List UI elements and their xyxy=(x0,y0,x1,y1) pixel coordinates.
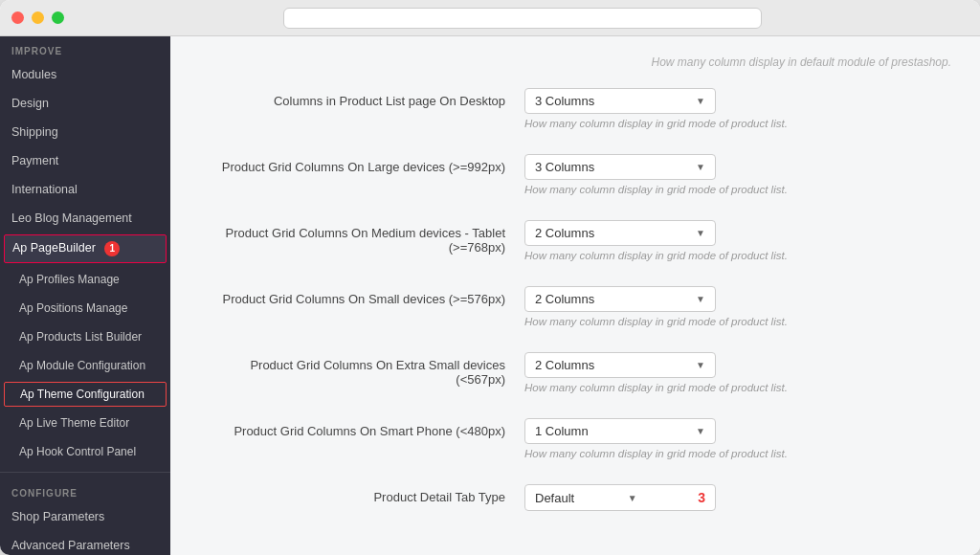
config-select-value-product-tab-type: Default xyxy=(535,491,574,505)
config-control-product-tab-type: Default ▼ 3 xyxy=(524,484,951,511)
sidebar-item-ap-positions[interactable]: Ap Positions Manage xyxy=(0,294,170,322)
config-select-value-columns-large: 3 Columns xyxy=(535,160,594,174)
chevron-down-icon: ▼ xyxy=(628,493,637,503)
config-label-columns-extra-small: Product Grid Columns On Extra Small devi… xyxy=(199,352,524,387)
config-select-columns-smartphone[interactable]: 1 Column ▼ xyxy=(524,418,716,444)
config-control-columns-small: 2 Columns ▼ How many column display in g… xyxy=(524,286,951,327)
sidebar: IMPROVE Modules Design Shipping Payment … xyxy=(0,36,170,555)
sidebar-item-ap-module[interactable]: Ap Module Configuration xyxy=(0,351,170,380)
config-control-columns-extra-small: 2 Columns ▼ How many column display in g… xyxy=(524,352,951,393)
config-hint-columns-extra-small: How many column display in grid mode of … xyxy=(524,382,951,393)
maximize-button[interactable] xyxy=(52,11,64,24)
config-row-columns-smartphone: Product Grid Columns On Smart Phone (<48… xyxy=(199,418,951,467)
config-select-value-columns-desktop: 3 Columns xyxy=(535,94,594,108)
config-hint-columns-large: How many column display in grid mode of … xyxy=(524,184,951,195)
config-hint-columns-small: How many column display in grid mode of … xyxy=(524,316,951,327)
main-layout: IMPROVE Modules Design Shipping Payment … xyxy=(0,36,980,555)
minimize-button[interactable] xyxy=(32,11,44,24)
app-window: IMPROVE Modules Design Shipping Payment … xyxy=(0,0,980,555)
config-select-value-columns-small: 2 Columns xyxy=(535,292,594,306)
config-select-value-columns-smartphone: 1 Column xyxy=(535,424,589,438)
sidebar-item-ap-hook[interactable]: Ap Hook Control Panel xyxy=(0,437,170,466)
sidebar-item-international[interactable]: International xyxy=(0,175,170,204)
sidebar-item-ap-theme[interactable]: Ap Theme Configuration xyxy=(4,382,167,407)
config-control-columns-desktop: 3 Columns ▼ How many column display in g… xyxy=(524,88,951,129)
sidebar-divider-configure xyxy=(0,472,170,473)
config-control-columns-medium: 2 Columns ▼ How many column display in g… xyxy=(524,220,951,261)
content-area: How many column display in default modul… xyxy=(170,36,980,555)
config-select-columns-extra-small[interactable]: 2 Columns ▼ xyxy=(524,352,716,378)
sidebar-item-shop-params[interactable]: Shop Parameters xyxy=(0,502,170,531)
sidebar-item-leo-blog[interactable]: Leo Blog Management xyxy=(0,204,170,233)
config-control-columns-large: 3 Columns ▼ How many column display in g… xyxy=(524,154,951,195)
chevron-down-icon: ▼ xyxy=(696,426,705,436)
top-hint: How many column display in default modul… xyxy=(199,56,951,69)
config-row-columns-extra-small: Product Grid Columns On Extra Small devi… xyxy=(199,352,951,401)
sidebar-item-ap-live-theme[interactable]: Ap Live Theme Editor xyxy=(0,409,170,437)
config-row-product-tab-type: Product Detail Tab Type Default ▼ 3 xyxy=(199,484,951,519)
config-row-columns-small: Product Grid Columns On Small devices (>… xyxy=(199,286,951,335)
sidebar-item-design[interactable]: Design xyxy=(0,89,170,118)
close-button[interactable] xyxy=(11,11,24,24)
badge-product-tab-type: 3 xyxy=(698,490,705,505)
chevron-down-icon: ▼ xyxy=(696,228,705,238)
config-select-columns-small[interactable]: 2 Columns ▼ xyxy=(524,286,716,312)
config-row-columns-desktop: Columns in Product List page On Desktop … xyxy=(199,88,951,137)
sidebar-section-configure: CONFIGURE xyxy=(0,478,170,502)
config-select-value-columns-medium: 2 Columns xyxy=(535,226,594,240)
config-label-columns-medium: Product Grid Columns On Medium devices -… xyxy=(199,220,524,255)
sidebar-item-modules[interactable]: Modules xyxy=(0,60,170,89)
config-label-columns-large: Product Grid Columns On Large devices (>… xyxy=(199,154,524,174)
sidebar-item-payment[interactable]: Payment xyxy=(0,146,170,175)
config-label-columns-small: Product Grid Columns On Small devices (>… xyxy=(199,286,524,306)
config-rows: Columns in Product List page On Desktop … xyxy=(199,88,951,519)
config-row-columns-medium: Product Grid Columns On Medium devices -… xyxy=(199,220,951,269)
chevron-down-icon: ▼ xyxy=(696,96,705,106)
chevron-down-icon: ▼ xyxy=(696,162,705,172)
config-label-product-tab-type: Product Detail Tab Type xyxy=(199,484,524,504)
chevron-down-icon: ▼ xyxy=(696,294,705,304)
titlebar-buttons xyxy=(11,11,64,24)
config-select-columns-desktop[interactable]: 3 Columns ▼ xyxy=(524,88,716,114)
config-row-columns-large: Product Grid Columns On Large devices (>… xyxy=(199,154,951,203)
titlebar xyxy=(0,0,980,36)
config-hint-columns-desktop: How many column display in grid mode of … xyxy=(524,118,951,129)
chevron-down-icon: ▼ xyxy=(696,360,705,370)
pagebuilder-badge: 1 xyxy=(104,241,120,256)
sidebar-item-ap-products[interactable]: Ap Products List Builder xyxy=(0,322,170,351)
url-bar[interactable] xyxy=(283,8,762,29)
sidebar-item-ap-profiles[interactable]: Ap Profiles Manage xyxy=(0,265,170,294)
config-select-product-tab-type[interactable]: Default ▼ 3 xyxy=(524,484,716,511)
config-label-columns-desktop: Columns in Product List page On Desktop xyxy=(199,88,524,108)
config-select-columns-large[interactable]: 3 Columns ▼ xyxy=(524,154,716,180)
config-label-columns-smartphone: Product Grid Columns On Smart Phone (<48… xyxy=(199,418,524,438)
config-hint-columns-medium: How many column display in grid mode of … xyxy=(524,250,951,261)
config-select-columns-medium[interactable]: 2 Columns ▼ xyxy=(524,220,716,246)
sidebar-section-improve: IMPROVE xyxy=(0,36,170,60)
sidebar-item-shipping[interactable]: Shipping xyxy=(0,118,170,146)
config-control-columns-smartphone: 1 Column ▼ How many column display in gr… xyxy=(524,418,951,459)
sidebar-item-ap-pagebuilder[interactable]: Ap PageBuilder 1 xyxy=(4,234,167,263)
sidebar-item-label: Ap PageBuilder xyxy=(12,241,96,255)
config-select-value-columns-extra-small: 2 Columns xyxy=(535,358,594,372)
config-hint-columns-smartphone: How many column display in grid mode of … xyxy=(524,448,951,459)
sidebar-item-advanced-params[interactable]: Advanced Parameters xyxy=(0,531,170,555)
